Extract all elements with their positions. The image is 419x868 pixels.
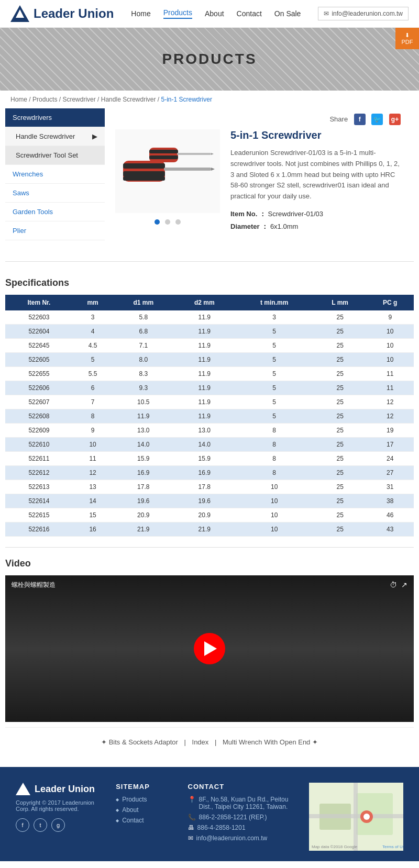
sidebar-item-saws[interactable]: Saws	[5, 184, 105, 203]
table-cell: 11.9	[174, 325, 235, 339]
page-nav: ✦ Bits & Sockets Adaptor | Index | Multi…	[5, 727, 414, 756]
footer-googleplus-icon[interactable]: g	[51, 818, 65, 832]
specs-section: Specifications Item Nr. mm d1 mm d2 mm t…	[0, 277, 419, 537]
table-cell: 10	[235, 494, 314, 508]
prev-page-link[interactable]: Bits & Sockets Adaptor	[109, 738, 178, 746]
sitemap-about[interactable]: About	[116, 806, 172, 814]
dot-1[interactable]	[155, 219, 160, 225]
table-cell: 25	[314, 409, 367, 424]
sidebar-item-screwdrivers[interactable]: Screwdrivers	[5, 108, 105, 127]
col-d2: d2 mm	[174, 295, 235, 310]
sidebar: Screwdrivers Handle Screwdriver ▶ Screwd…	[5, 108, 105, 240]
table-cell: 25	[314, 522, 367, 537]
email-button[interactable]: ✉ info@leaderunion.com.tw	[318, 7, 409, 20]
footer-social: f t g	[16, 818, 100, 832]
pdf-button[interactable]: ⬇ PDF	[395, 28, 419, 49]
contact-title: CONTACT	[188, 783, 293, 791]
table-cell: 8	[235, 452, 314, 466]
play-button[interactable]	[194, 633, 225, 664]
googleplus-share-button[interactable]: g+	[389, 114, 401, 125]
table-cell: 11.9	[174, 339, 235, 353]
table-cell: 16.9	[113, 466, 174, 480]
breadcrumb-products[interactable]: Products	[32, 96, 57, 103]
footer-twitter-icon[interactable]: t	[34, 818, 47, 832]
email-icon: ✉	[324, 10, 329, 17]
location-icon: 📍	[188, 796, 196, 803]
sitemap-contact[interactable]: Contact	[116, 817, 172, 824]
dot-3[interactable]	[175, 219, 181, 225]
sidebar-item-plier[interactable]: Plier	[5, 221, 105, 240]
table-cell: 3	[235, 310, 314, 325]
table-cell: 13.0	[113, 424, 174, 438]
table-cell: 5	[235, 339, 314, 353]
map-image[interactable]: Map data ©2018 Google Terms of Use	[309, 783, 403, 851]
sidebar-item-wrenches[interactable]: Wrenches	[5, 165, 105, 184]
table-cell: 11	[367, 367, 414, 381]
nav-contact[interactable]: Contact	[237, 9, 262, 18]
sitemap-list: Products About Contact	[116, 796, 172, 824]
twitter-share-button[interactable]: 🐦	[371, 114, 383, 125]
table-cell: 27	[367, 466, 414, 480]
nav-products[interactable]: Products	[163, 8, 192, 19]
table-cell: 5	[73, 353, 113, 367]
main-content: Screwdrivers Handle Screwdriver ▶ Screwd…	[0, 108, 419, 251]
table-row: 522607710.511.952512	[5, 395, 414, 409]
facebook-share-button[interactable]: f	[354, 114, 366, 125]
nav-onsale[interactable]: On Sale	[274, 9, 301, 18]
breadcrumb-handle[interactable]: Handle Screwdriver	[101, 96, 156, 103]
svg-text:Map data ©2018 Google: Map data ©2018 Google	[312, 844, 358, 849]
table-cell: 522608	[5, 409, 73, 424]
breadcrumb-home[interactable]: Home	[10, 96, 27, 103]
table-cell: 17.8	[174, 480, 235, 494]
table-cell: 13.0	[174, 424, 235, 438]
table-cell: 522606	[5, 381, 73, 395]
table-cell: 13	[73, 480, 113, 494]
table-cell: 21.9	[174, 522, 235, 537]
table-cell: 522614	[5, 494, 73, 508]
logo[interactable]: Leader Union	[10, 5, 114, 22]
sidebar-item-garden[interactable]: Garden Tools	[5, 203, 105, 221]
sidebar-item-toolset[interactable]: Screwdriver Tool Set	[5, 146, 105, 165]
table-cell: 8	[73, 409, 113, 424]
table-cell: 522655	[5, 367, 73, 381]
image-dots	[115, 218, 220, 226]
specs-table: Item Nr. mm d1 mm d2 mm t min.mm L mm PC…	[5, 295, 414, 537]
main-nav: Home Products About Contact On Sale	[131, 8, 301, 19]
video-label: 螺栓與螺帽製造	[12, 581, 56, 589]
svg-rect-7	[149, 150, 178, 153]
table-row: 52260669.311.952511	[5, 381, 414, 395]
col-item-nr: Item Nr.	[5, 295, 73, 310]
table-cell: 38	[367, 494, 414, 508]
table-cell: 6.8	[113, 325, 174, 339]
breadcrumb-screwdriver[interactable]: Screwdriver	[62, 96, 95, 103]
sitemap-products[interactable]: Products	[116, 796, 172, 803]
dot-2[interactable]	[165, 219, 170, 225]
footer-facebook-icon[interactable]: f	[16, 818, 29, 832]
svg-rect-15	[354, 783, 358, 851]
table-cell: 522607	[5, 395, 73, 409]
share-label: Share	[329, 115, 348, 123]
svg-marker-5	[211, 168, 215, 171]
sidebar-item-handle[interactable]: Handle Screwdriver ▶	[5, 127, 105, 146]
next-page-link[interactable]: Multi Wrench With Open End	[223, 738, 310, 746]
table-cell: 522609	[5, 424, 73, 438]
index-link[interactable]: Index	[192, 738, 209, 746]
video-player[interactable]: 螺栓與螺帽製造 ⏱ ↗	[5, 575, 414, 722]
table-cell: 522611	[5, 452, 73, 466]
nav-about[interactable]: About	[205, 9, 224, 18]
table-cell: 25	[314, 452, 367, 466]
video-divider	[5, 547, 414, 548]
product-info: 5-in-1 Screwdriver Leaderunion Screwdriv…	[230, 129, 403, 235]
hero-banner: PRODUCTS ⬇ PDF	[0, 28, 419, 91]
table-cell: 522612	[5, 466, 73, 480]
map-svg: Map data ©2018 Google Terms of Use	[309, 783, 403, 851]
table-cell: 11.9	[174, 381, 235, 395]
breadcrumb: Home / Products / Screwdriver / Handle S…	[0, 91, 419, 108]
nav-home[interactable]: Home	[131, 9, 150, 18]
col-pcg: PC g	[367, 295, 414, 310]
svg-rect-3	[123, 176, 165, 181]
footer-logo-text: Leader Union	[35, 784, 95, 795]
table-cell: 7.1	[113, 339, 174, 353]
table-cell: 20.9	[174, 508, 235, 522]
table-cell: 19.6	[113, 494, 174, 508]
